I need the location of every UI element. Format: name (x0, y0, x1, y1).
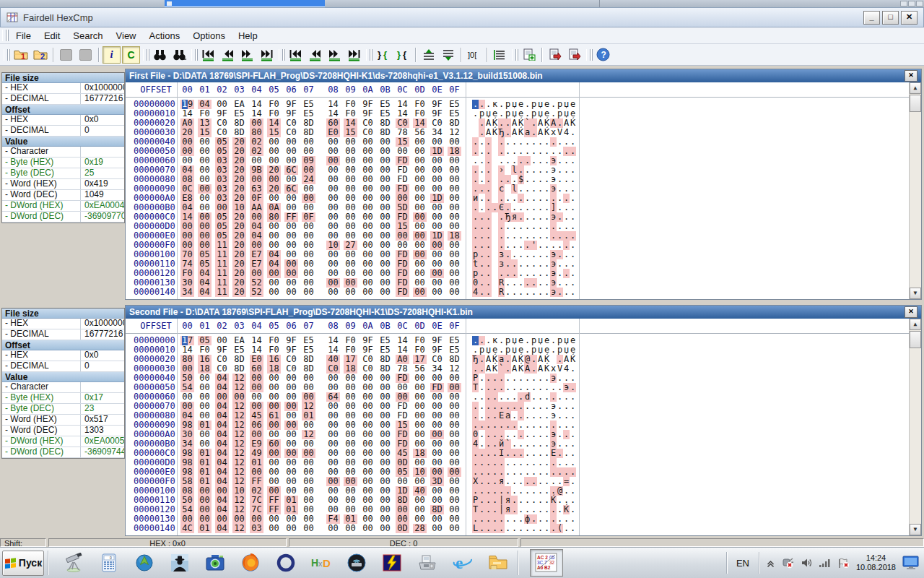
sync-close-button[interactable]: }{ (393, 46, 411, 64)
hxd-icon[interactable]: HxD (310, 551, 332, 574)
menu-actions[interactable]: Actions (143, 28, 187, 43)
hex-byte[interactable]: 00 (284, 524, 298, 533)
ascii-char[interactable]: . (524, 524, 531, 533)
ascii-char[interactable]: . (537, 524, 544, 533)
ascii-char[interactable]: . (485, 524, 492, 533)
background-window-controls[interactable] (900, 1, 923, 7)
hex-byte[interactable]: 0D (396, 524, 409, 533)
firefox-icon[interactable] (240, 551, 261, 574)
ascii-char[interactable]: . (511, 288, 518, 297)
scroll-up-button[interactable]: ▲ (910, 82, 921, 94)
speaker-icon[interactable] (801, 557, 812, 569)
ascii-char[interactable]: . (537, 288, 544, 297)
menu-search[interactable]: Search (66, 28, 109, 43)
panel-close-button[interactable]: ✕ (905, 306, 918, 318)
minimize-button[interactable]: _ (863, 11, 880, 25)
ascii-char[interactable]: Ќ (492, 128, 498, 137)
internet-explorer-icon[interactable]: e (452, 551, 474, 574)
scroll-down-button[interactable]: ▼ (910, 288, 921, 299)
menu-grip[interactable] (2, 30, 6, 41)
scroll-thumb[interactable] (910, 95, 921, 112)
signal-bars-icon[interactable] (819, 558, 831, 568)
first-difference-button[interactable] (199, 46, 217, 64)
find-button[interactable] (151, 46, 169, 64)
panel-caption[interactable]: First File - D:\DATA 18769\SPI-FLAH_Prog… (126, 69, 921, 82)
scroll-lock-top-button[interactable] (419, 46, 437, 64)
ascii-char[interactable]: L (472, 524, 479, 533)
ascii-char[interactable]: . (492, 203, 498, 212)
background-window-strip[interactable] (0, 0, 924, 7)
toolbar-grip[interactable] (366, 49, 370, 61)
ascii-char[interactable]: 4 (472, 288, 479, 297)
ascii-char[interactable]: . (472, 109, 479, 118)
ascii-char[interactable]: . (563, 524, 570, 533)
scroll-thumb[interactable] (910, 331, 921, 348)
mediaget-icon[interactable] (134, 551, 155, 574)
hex-byte[interactable]: 00 (378, 288, 392, 297)
hex-byte[interactable]: 00 (326, 288, 340, 297)
sync-open-button[interactable]: }{ (374, 46, 392, 64)
ascii-char[interactable]: . (544, 288, 550, 297)
ascii-char[interactable]: . (505, 156, 511, 165)
menu-options[interactable]: Options (186, 28, 232, 43)
previous-block-button[interactable] (306, 46, 324, 64)
clock[interactable]: 14:24 10.08.2018 (856, 553, 896, 572)
hex-byte[interactable]: 00 (448, 524, 461, 533)
screenshot-camera-icon[interactable] (204, 551, 226, 574)
ascii-char[interactable]: . (498, 524, 505, 533)
panel-caption[interactable]: Second File - D:\DATA 18769\SPI-FLAH_Pro… (126, 306, 921, 319)
toolbar-grip[interactable] (512, 49, 516, 61)
goto-offset-button[interactable]: ]0[ (465, 46, 483, 64)
hex-byte[interactable]: 00 (302, 288, 315, 297)
hex-byte[interactable]: 00 (267, 288, 281, 297)
toolbar-grip[interactable] (4, 49, 8, 61)
ascii-char[interactable]: . (518, 524, 524, 533)
hex-byte[interactable]: FD (396, 288, 409, 297)
ascii-char[interactable]: . (557, 288, 563, 297)
network-flag-icon[interactable] (837, 558, 850, 569)
start-button[interactable]: Пуск (2, 551, 44, 576)
telescope-icon[interactable] (63, 551, 84, 574)
opera-ring-icon[interactable] (275, 551, 297, 574)
menu-view[interactable]: View (110, 28, 143, 43)
hex-byte[interactable]: 11 (215, 288, 229, 297)
export-second-button[interactable] (565, 46, 583, 64)
hex-byte[interactable]: 04 (215, 524, 229, 533)
ascii-char[interactable]: . (570, 288, 576, 297)
maximize-button[interactable]: □ (882, 11, 899, 25)
ascii-char[interactable]: . (531, 288, 537, 297)
ascii-char[interactable]: . (518, 288, 524, 297)
menu-help[interactable]: Help (232, 28, 264, 43)
ascii-char[interactable]: . (563, 288, 570, 297)
hex-byte[interactable]: 4C (180, 524, 194, 533)
hexcmp-compare-task-button[interactable]: AC 2053C 732A6 B2 (530, 549, 563, 577)
ascii-char[interactable]: ( (557, 524, 563, 533)
power-plug-icon[interactable] (782, 557, 794, 569)
ascii-char[interactable]: . (524, 288, 531, 297)
menu-edit[interactable]: Edit (38, 28, 66, 43)
ascii-char[interactable]: . (505, 524, 511, 533)
hex-byte[interactable]: 00 (430, 288, 444, 297)
ascii-char[interactable]: . (479, 288, 485, 297)
help-button[interactable]: ? (594, 46, 612, 64)
save-file-1-button[interactable] (57, 46, 75, 64)
hex-byte[interactable]: 00 (430, 524, 444, 533)
ascii-char[interactable]: . (511, 524, 518, 533)
previous-difference-button[interactable] (219, 46, 237, 64)
vertical-scrollbar[interactable]: ▲▼ (909, 82, 921, 299)
info-toggle-button[interactable]: i (103, 46, 121, 64)
hex-byte[interactable]: 00 (284, 288, 298, 297)
hex-byte[interactable]: 00 (413, 288, 427, 297)
line-view-button[interactable] (491, 46, 509, 64)
silhouette-icon[interactable] (169, 551, 191, 574)
router-icon[interactable] (346, 551, 367, 574)
language-indicator[interactable]: EN (733, 558, 752, 569)
hex-byte[interactable]: 00 (344, 524, 357, 533)
save-file-2-button[interactable] (77, 46, 95, 64)
hex-byte[interactable]: 00 (361, 288, 375, 297)
ascii-char[interactable]: . (505, 175, 511, 184)
open-file-1-button[interactable]: 1 (12, 46, 30, 64)
hex-byte[interactable]: 00 (267, 524, 281, 533)
ascii-char[interactable]: . (550, 524, 557, 533)
file-manager-icon[interactable] (487, 551, 509, 574)
